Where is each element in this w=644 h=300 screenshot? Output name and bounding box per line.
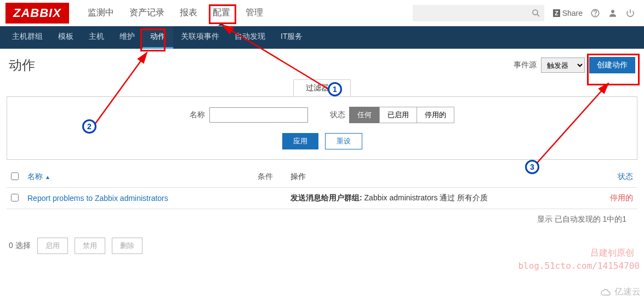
disable-button[interactable]: 禁用 [75,238,105,254]
user-icon[interactable] [608,8,618,18]
topnav-reports[interactable]: 报表 [172,1,205,25]
status-disabled[interactable]: 停用的 [417,107,454,123]
subnav-hostgroups[interactable]: 主机群组 [4,26,50,49]
search-button[interactable] [528,5,544,21]
top-nav: 监测中 资产记录 报表 配置 管理 [80,1,271,25]
topnav-inventory[interactable]: 资产记录 [122,1,172,25]
select-all-checkbox[interactable] [11,172,19,180]
share-link[interactable]: Z Share [553,9,583,18]
svg-point-0 [533,10,538,15]
col-status-header[interactable]: 状态 [589,172,633,182]
apply-button[interactable]: 应用 [282,133,318,149]
search-input[interactable] [413,5,528,21]
watermark-url: blog.51cto.com/14154700 [518,261,640,271]
filter-status-label: 状态 [330,110,345,120]
table-summary: 显示 已自动发现的 1中的1 [7,209,637,230]
svg-line-1 [537,14,539,16]
topnav-configuration[interactable]: 配置 [205,1,238,25]
sort-asc-icon: ▲ [45,174,50,180]
status-enabled[interactable]: 已启用 [379,107,417,123]
enable-button[interactable]: 启用 [37,238,68,254]
reset-button[interactable]: 重设 [325,133,362,149]
col-op-header: 操作 [290,172,589,182]
zabbix-logo[interactable]: ZABBIX [5,3,69,24]
search-icon [531,8,541,18]
watermark-brand: 亿速云 [600,286,641,298]
row-checkbox[interactable] [11,194,19,201]
share-label: Share [562,9,583,18]
create-action-button[interactable]: 创建动作 [589,57,635,73]
subnav-services[interactable]: IT服务 [273,26,310,49]
table-row: Report problems to Zabbix administrators… [7,188,637,209]
share-z-icon: Z [553,9,560,17]
row-op: 发送消息给用户群组: Zabbix administrators 通过 所有介质 [290,193,589,203]
sub-nav: 主机群组 模板 主机 维护 动作 关联项事件 自动发现 IT服务 [0,26,644,49]
actions-table: 名称 ▲ 条件 操作 状态 Report problems to Zabbix … [7,166,637,230]
table-header: 名称 ▲ 条件 操作 状态 [7,166,637,188]
help-icon[interactable] [590,8,600,18]
topnav-monitoring[interactable]: 监测中 [80,1,122,25]
filter-tab[interactable]: 过滤器 ▲ [293,79,351,96]
status-any[interactable]: 任何 [349,107,380,123]
filter-box: 名称 状态 任何 已启用 停用的 应用 重设 [7,96,637,160]
svg-point-4 [611,10,614,13]
selected-count: 0 选择 [9,241,31,251]
subnav-actions[interactable]: 动作 [143,26,173,49]
action-name-link[interactable]: Report problems to Zabbix administrators [27,194,168,203]
col-cond-header: 条件 [258,172,290,182]
topnav-administration[interactable]: 管理 [238,1,271,25]
cloud-icon [600,289,612,296]
filter-name-input[interactable] [209,107,308,123]
subnav-hosts[interactable]: 主机 [81,26,112,49]
subnav-maintenance[interactable]: 维护 [112,26,143,49]
subnav-correlation[interactable]: 关联项事件 [173,26,227,49]
page-title: 动作 [9,56,35,74]
subnav-templates[interactable]: 模板 [50,26,81,49]
power-icon[interactable] [625,8,635,18]
filter-name-label: 名称 [190,110,205,120]
row-status-link[interactable]: 停用的 [589,193,633,203]
svg-point-3 [595,15,596,15]
status-segmented: 任何 已启用 停用的 [350,107,454,123]
event-source-label: 事件源 [514,60,537,70]
col-name-header[interactable]: 名称 ▲ [27,172,258,182]
delete-button[interactable]: 删除 [112,238,143,254]
subnav-discovery[interactable]: 自动发现 [227,26,273,49]
event-source-select[interactable]: 触发器 [541,57,585,73]
watermark-author: 吕建钊原创 [590,247,634,259]
